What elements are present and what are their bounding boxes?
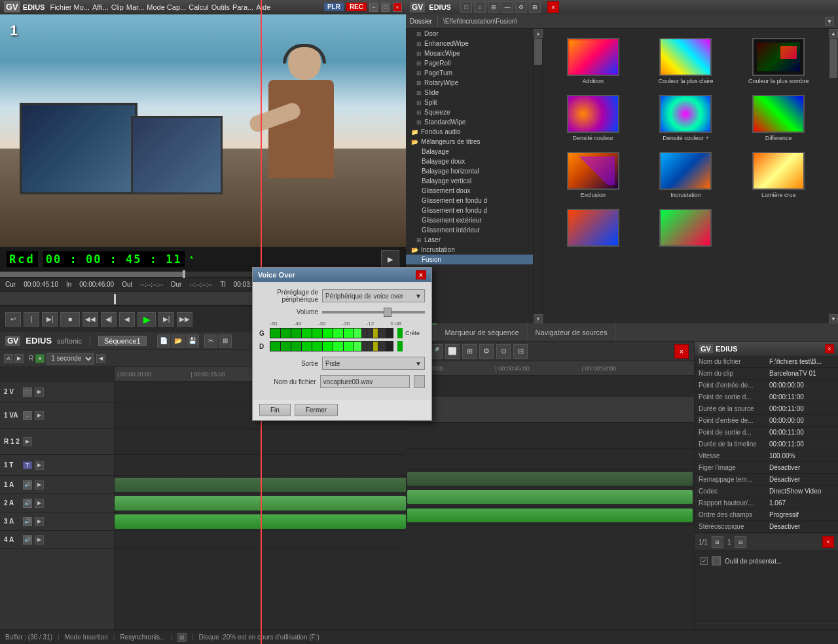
menu-afficher[interactable]: Affi... (92, 3, 109, 11)
tab-nav[interactable]: Navigateur de sources (528, 323, 616, 341)
effects-vscrollbar[interactable]: ▲ ▼ (829, 29, 838, 323)
scrub-handle[interactable] (183, 270, 185, 278)
tree-scrollbar[interactable]: ▲ ▼ (534, 29, 543, 323)
effect-densite2[interactable]: Densité couleur + (641, 91, 731, 145)
tree-incrustation[interactable]: 📂Incrustation (406, 245, 533, 255)
track-add-btn[interactable]: A (4, 354, 13, 363)
voiceover-volume-handle[interactable] (384, 308, 392, 317)
toolbar-copy[interactable]: ⊞ (219, 334, 232, 348)
effect-incrustation[interactable]: Incrustation (641, 148, 731, 202)
tree-gliss-int[interactable]: Glissement intérieur (406, 225, 533, 235)
effects-tool5[interactable]: ⚙ (515, 1, 527, 13)
tree-gliss-fondu2[interactable]: Glissement en fondu d (406, 206, 533, 215)
info-close[interactable]: × (825, 344, 834, 353)
track-4a-icon[interactable]: 🔊 (23, 535, 32, 545)
voiceover-volume-slider[interactable] (322, 311, 425, 313)
timeline-close-btn[interactable]: × (674, 344, 689, 359)
toolbar-new[interactable]: 📄 (157, 334, 170, 348)
tree-fusion[interactable]: Fusion (406, 255, 533, 264)
timeline-tool4[interactable]: ⊞ (462, 344, 477, 359)
status-icon[interactable]: ⊞ (177, 633, 187, 642)
record-btn[interactable]: ● (35, 354, 45, 363)
effects-scroll-track[interactable] (829, 38, 838, 314)
effects-scroll-thumb[interactable] (829, 39, 837, 78)
voiceover-close-btn[interactable]: × (416, 270, 426, 279)
transport-mark-btn[interactable]: | (24, 312, 39, 327)
voiceover-sortie-dropdown[interactable]: Piste ▼ (322, 357, 425, 370)
effects-tool1[interactable]: □ (460, 1, 472, 13)
tree-scroll-thumb[interactable] (534, 39, 542, 65)
voiceover-fermer-btn[interactable]: Fermer (295, 404, 338, 416)
menu-fichier[interactable]: Fichier Mo... (50, 3, 90, 11)
path-scroll-btn[interactable]: ▼ (825, 17, 834, 26)
tree-pageroll[interactable]: ⊞PageRoll (406, 58, 533, 68)
tree-fondus[interactable]: 📁Fondus audio (406, 127, 533, 137)
menu-outils[interactable]: Outils (211, 3, 230, 11)
maximize-button[interactable]: □ (381, 3, 390, 12)
info-tool1[interactable]: ⊞ (712, 536, 723, 548)
voiceover-filename-input[interactable] (320, 375, 410, 388)
track-4a-mute[interactable]: ▶ (35, 535, 44, 545)
track-3a-icon[interactable]: 🔊 (23, 517, 32, 526)
minimize-button[interactable]: − (369, 3, 378, 12)
tree-balayage-doux[interactable]: Balayage doux (406, 156, 533, 166)
voiceover-device-dropdown[interactable]: Périphérique de voice over ▼ (322, 289, 425, 302)
toolbar-open[interactable]: 📂 (172, 334, 185, 348)
track-1va-icon[interactable]: □ (23, 411, 32, 420)
tree-scroll-up[interactable]: ▲ (534, 29, 543, 38)
transport-rew-btn[interactable]: ◀◀ (82, 312, 98, 327)
menu-mode[interactable]: Mode Cap... (147, 3, 186, 11)
tree-enhancedwipe[interactable]: ⊞EnhancedWipe (406, 39, 533, 48)
effect-couleur-claire[interactable]: Couleur la plus claire (641, 34, 731, 88)
effects-tool6[interactable]: ⊞ (529, 1, 541, 13)
tab-marqueur[interactable]: Marqueur de séquence (437, 323, 527, 341)
tree-squeeze[interactable]: ⊞Squeeze (406, 107, 533, 117)
track-1t-mute[interactable]: ▶ (35, 461, 44, 470)
effects-scroll-down[interactable]: ▼ (829, 314, 838, 323)
tree-gliss-doux[interactable]: Glissement doux (406, 186, 533, 196)
tree-rotarywipe[interactable]: ⊞RotaryWipe (406, 78, 533, 88)
tree-melanges[interactable]: 📂Mélangeurs de titres (406, 137, 533, 147)
menu-marqueur[interactable]: Mar... (126, 3, 145, 11)
effect-generic2[interactable] (641, 205, 731, 253)
effect-couleur-sombre[interactable]: Couleur la plus sombre (733, 34, 824, 88)
transport-prev-btn[interactable]: ◀| (101, 312, 117, 327)
tree-standardwipe[interactable]: ⊞StandardWipe (406, 117, 533, 127)
play-button[interactable]: ▶ (381, 250, 399, 268)
tree-scroll-track[interactable] (534, 38, 542, 314)
track-1va-mute[interactable]: ▶ (35, 411, 44, 420)
menu-para[interactable]: Para... (232, 3, 253, 11)
tree-laser[interactable]: ⊞Laser (406, 235, 533, 245)
track-2v-mute[interactable]: ▶ (35, 387, 44, 397)
transport-stop-btn[interactable]: ■ (60, 312, 80, 327)
track-r12-mute[interactable]: ▶ (23, 437, 32, 446)
voiceover-browse-btn[interactable]: … (414, 375, 425, 388)
track-2a-mute[interactable]: ▶ (35, 499, 44, 508)
transport-play-btn[interactable]: ▶ (137, 312, 156, 327)
transport-back-btn[interactable]: ◀ (119, 312, 135, 327)
effect-lumiere[interactable]: Lumière crue (733, 148, 824, 202)
toolbar-save[interactable]: 💾 (186, 334, 199, 348)
tree-mosaicwipe[interactable]: ⊞MosaicWipe (406, 48, 533, 58)
menu-clip[interactable]: Clip (111, 3, 124, 11)
transport-fwd-btn[interactable]: ▶| (158, 312, 174, 327)
voiceover-fin-btn[interactable]: Fin (259, 404, 291, 416)
effect-exclusion[interactable]: Exclusion (548, 148, 638, 202)
tree-gliss-ext[interactable]: Glissement extérieur (406, 215, 533, 225)
tree-gliss-fondu1[interactable]: Glissement en fondu d (406, 196, 533, 206)
effects-scroll-up[interactable]: ▲ (829, 29, 838, 38)
tree-balayage[interactable]: Balayage (406, 147, 533, 156)
effect-generic1[interactable] (548, 205, 638, 253)
track-2a-icon[interactable]: 🔊 (23, 499, 32, 508)
tree-balayage-v[interactable]: Balayage vertical (406, 176, 533, 186)
timeline-tool7[interactable]: ⊟ (513, 344, 528, 359)
tree-slide[interactable]: ⊞Slide (406, 88, 533, 98)
speed-select[interactable]: 1 seconde (46, 353, 94, 365)
status-resync[interactable]: Resynchronis... (120, 634, 165, 641)
track-1a-icon[interactable]: 🔊 (23, 480, 32, 490)
effect-addition[interactable]: Addition (548, 34, 638, 88)
track-remove-btn[interactable]: ▶ (14, 354, 24, 363)
info-checkbox[interactable]: ✓ (700, 557, 708, 565)
track-1a-mute[interactable]: ▶ (35, 480, 44, 490)
tree-door[interactable]: ⊞Door (406, 29, 533, 39)
